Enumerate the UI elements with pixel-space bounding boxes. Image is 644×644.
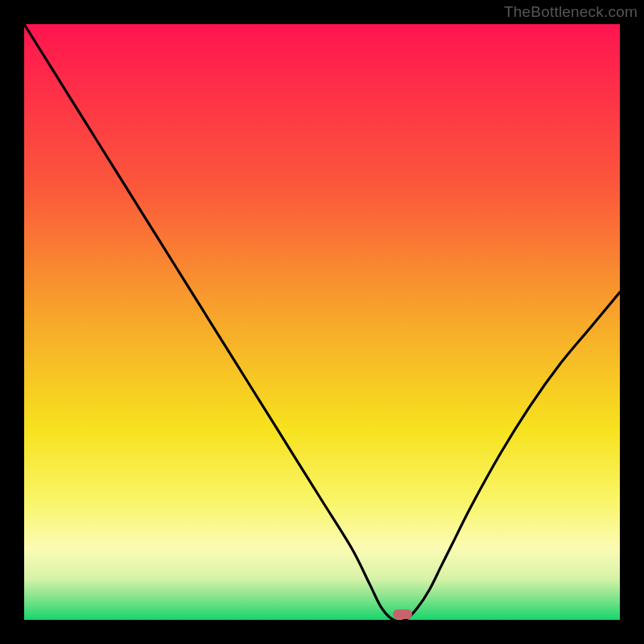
- watermark-text: TheBottleneck.com: [504, 3, 638, 21]
- chart-stage: TheBottleneck.com: [0, 0, 644, 644]
- svg-rect-0: [24, 24, 620, 620]
- background-gradient: [24, 24, 620, 620]
- plot-area: [24, 24, 620, 620]
